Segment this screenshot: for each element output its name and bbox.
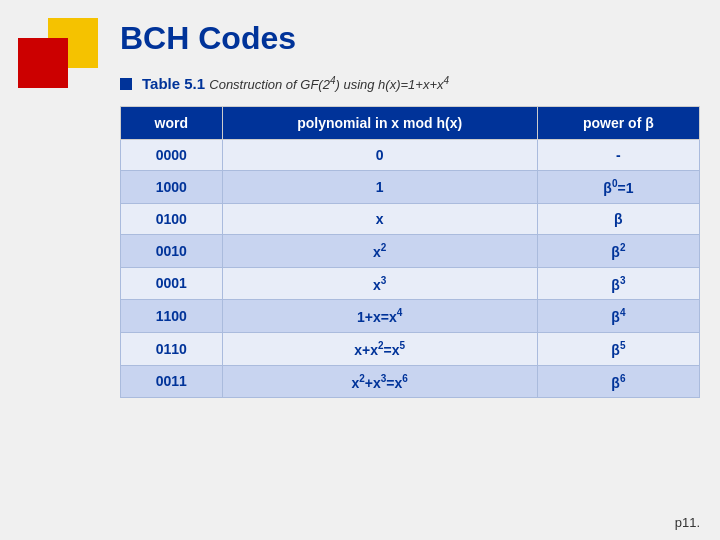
cell-poly: 1+x=x4 — [222, 300, 537, 333]
cell-poly: 1 — [222, 171, 537, 204]
cell-power: β3 — [537, 267, 699, 300]
cell-poly: x2+x3=x6 — [222, 365, 537, 398]
table-row: 0100 x β — [121, 203, 700, 234]
gf-table: word polynomial in x mod h(x) power of β… — [120, 106, 700, 398]
cell-power: β2 — [537, 234, 699, 267]
cell-power: β0=1 — [537, 171, 699, 204]
subtitle-row: Table 5.1 Construction of GF(24) using h… — [120, 75, 700, 92]
cell-poly: x3 — [222, 267, 537, 300]
cell-poly: x — [222, 203, 537, 234]
col-header-power: power of β — [537, 107, 699, 140]
cell-power: - — [537, 140, 699, 171]
table-row: 0001 x3 β3 — [121, 267, 700, 300]
table-row: 0010 x2 β2 — [121, 234, 700, 267]
cell-poly: x2 — [222, 234, 537, 267]
table-row: 0110 x+x2=x5 β5 — [121, 332, 700, 365]
page-number: p11. — [675, 515, 700, 530]
cell-word: 0011 — [121, 365, 223, 398]
cell-word: 1000 — [121, 171, 223, 204]
col-header-poly: polynomial in x mod h(x) — [222, 107, 537, 140]
page-title: BCH Codes — [120, 20, 700, 57]
cell-poly: x+x2=x5 — [222, 332, 537, 365]
table-row: 1000 1 β0=1 — [121, 171, 700, 204]
cell-power: β — [537, 203, 699, 234]
cell-word: 0000 — [121, 140, 223, 171]
cell-power: β4 — [537, 300, 699, 333]
decorative-squares — [18, 18, 108, 98]
cell-poly: 0 — [222, 140, 537, 171]
bullet-icon — [120, 78, 132, 90]
cell-word: 1100 — [121, 300, 223, 333]
table-row: 0000 0 - — [121, 140, 700, 171]
cell-power: β6 — [537, 365, 699, 398]
cell-word: 0110 — [121, 332, 223, 365]
table-row: 0011 x2+x3=x6 β6 — [121, 365, 700, 398]
cell-power: β5 — [537, 332, 699, 365]
red-square — [18, 38, 68, 88]
table-label: Table 5.1 — [142, 75, 205, 92]
cell-word: 0001 — [121, 267, 223, 300]
subtitle-text: Construction of GF(24) using h(x)=1+x+x4 — [209, 75, 449, 92]
cell-word: 0100 — [121, 203, 223, 234]
main-content: BCH Codes Table 5.1 Construction of GF(2… — [120, 20, 700, 520]
cell-word: 0010 — [121, 234, 223, 267]
table-row: 1100 1+x=x4 β4 — [121, 300, 700, 333]
col-header-word: word — [121, 107, 223, 140]
